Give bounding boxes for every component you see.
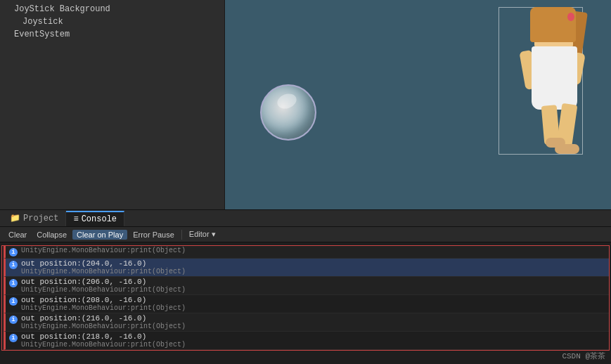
console-output[interactable]: i UnityEngine.MonoBehaviour:print(Object… [0,242,611,364]
console-row-icon: i [8,333,18,343]
console-row[interactable]: i out position:(204.0, -16.0) UnityEngin… [4,259,609,277]
console-row-icon: i [8,260,18,270]
sidebar-item-joyback[interactable]: JoyStick Background [0,3,224,15]
console-row[interactable]: i out position:(218.0, -16.0) UnityEngin… [4,332,609,350]
game-view [225,0,611,209]
console-row[interactable]: i out position:(216.0, -16.0) UnityEngin… [4,313,609,332]
toolbar-separator [181,230,182,240]
game-canvas [225,0,611,209]
char-foot-right [555,144,579,154]
clear-button[interactable]: Clear [4,230,31,240]
console-row-icon: i [8,297,18,306]
editor-dropdown-button[interactable]: Editor ▾ [185,229,220,240]
clear-on-play-button[interactable]: Clear on Play [72,230,127,240]
console-icon: ≡ [73,214,78,224]
error-pause-button[interactable]: Error Pause [129,230,179,240]
char-hairpin [567,13,574,21]
console-row-icon: i [8,278,18,288]
tab-console[interactable]: ≡ Console [66,211,124,226]
char-body [532,46,577,110]
console-row-icon: i [8,315,18,325]
console-row[interactable]: i UnityEngine.MonoBehaviour:print(Object… [4,246,609,259]
character-sprite [506,7,583,162]
sidebar-panel: JoyStick Background Joystick EventSystem [0,0,225,209]
sidebar-item-eventsystem[interactable]: EventSystem [0,28,224,41]
console-row[interactable]: i out position:(206.0, -16.0) UnityEngin… [4,277,609,295]
top-area: JoyStick Background Joystick EventSystem [0,0,611,209]
sidebar-item-joystick[interactable]: Joystick [0,15,224,28]
console-row[interactable]: i out position:(208.0, -16.0) UnityEngin… [4,295,609,313]
ball-sprite [260,84,316,141]
console-toolbar: Clear Collapse Clear on Play Error Pause… [0,227,611,242]
collapse-button[interactable]: Collapse [32,230,71,240]
project-icon: 📁 [10,213,20,223]
tab-bar: 📁 Project ≡ Console [0,210,611,227]
ball-shine [275,91,298,111]
tab-project[interactable]: 📁 Project [3,211,66,226]
console-row-icon: i [8,247,18,257]
bottom-wrapper: 📁 Project ≡ Console Clear Collapse Clear… [0,209,611,364]
console-group: i UnityEngine.MonoBehaviour:print(Object… [1,245,610,351]
character-inner [506,7,583,162]
bottom-panel: 📁 Project ≡ Console Clear Collapse Clear… [0,209,611,364]
watermark: CSDN @茶茶 [562,351,605,361]
